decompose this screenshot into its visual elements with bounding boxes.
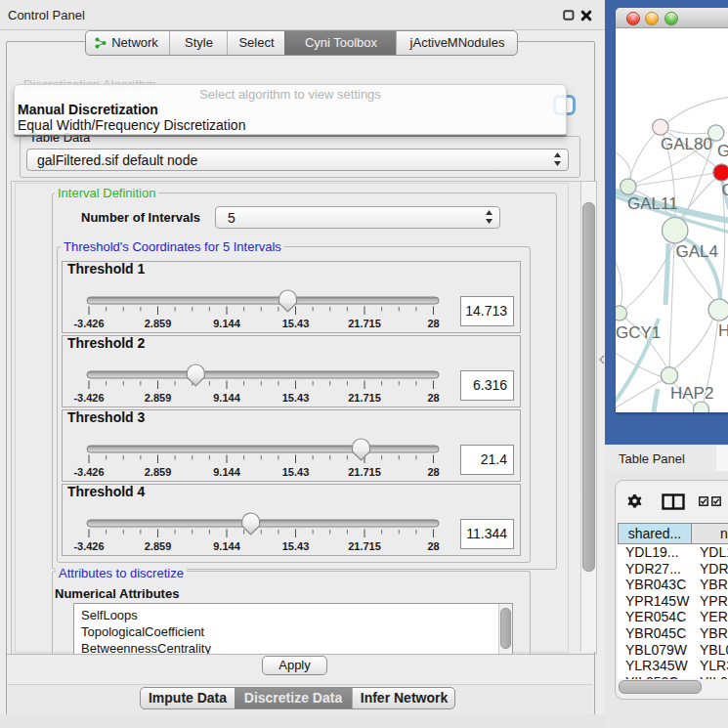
svg-text:GAL11: GAL11	[627, 194, 678, 213]
svg-text:GAL80: GAL80	[661, 135, 712, 153]
svg-text:GCY1: GCY1	[616, 323, 661, 342]
svg-text:C: C	[722, 181, 728, 199]
svg-text:HAP2: HAP2	[670, 384, 713, 403]
svg-text:GAL4: GAL4	[676, 242, 718, 261]
svg-text:H: H	[718, 321, 728, 340]
svg-text:G.: G.	[717, 142, 728, 160]
